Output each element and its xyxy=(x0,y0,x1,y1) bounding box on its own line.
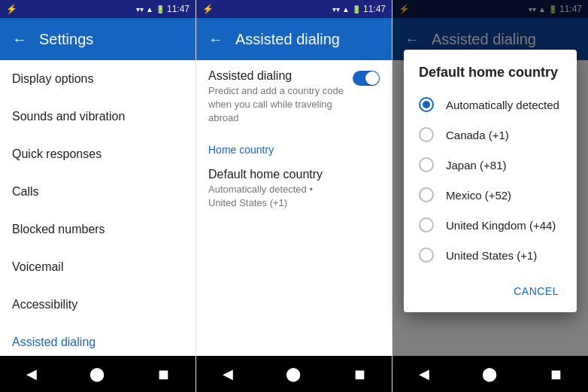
settings-panel: ⚡ ▾▾ ▲ 🔋 11:47 ← Settings Display option… xyxy=(0,0,196,392)
time-left: 11:47 xyxy=(167,4,189,14)
back-button-left[interactable]: ← xyxy=(12,31,27,48)
recent-nav-icon-mid[interactable]: ◼ xyxy=(348,360,371,388)
status-icons-mid: ▾▾ ▲ 🔋 11:47 xyxy=(332,4,386,14)
wifi-icon-mid: ▾▾ xyxy=(332,5,340,14)
toolbar-title-left: Settings xyxy=(39,31,93,48)
toolbar-mid: ← Assisted dialing xyxy=(196,18,392,60)
signal-icon-mid: ▲ xyxy=(342,5,350,14)
toolbar-left: ← Settings xyxy=(0,18,195,60)
status-icons-left: ▾▾ ▲ 🔋 11:47 xyxy=(136,4,189,14)
radio-inner-auto xyxy=(423,101,430,108)
dialog-options-list: Automatically detected Canada (+1) Japan… xyxy=(404,87,577,273)
toolbar-title-mid: Assisted dialing xyxy=(235,31,340,48)
option-label-auto: Automatically detected xyxy=(446,99,559,111)
back-nav-icon-left[interactable]: ◀ xyxy=(20,360,43,388)
option-label-canada: Canada (+1) xyxy=(446,129,509,141)
dialog-option-auto[interactable]: Automatically detected xyxy=(404,90,577,120)
default-home-dialog: Default home country Automatically detec… xyxy=(404,50,577,312)
dialog-title: Default home country xyxy=(404,50,577,87)
dialog-option-japan[interactable]: Japan (+81) xyxy=(404,150,577,180)
lightning-icon-mid: ⚡ xyxy=(202,4,214,14)
settings-list: Display options Sounds and vibration Qui… xyxy=(0,60,195,356)
home-nav-icon-mid[interactable]: ⬤ xyxy=(280,360,307,388)
assisted-dialing-panel-right: ⚡ ▾▾ ▲ 🔋 11:47 ← Assisted dialing Assist… xyxy=(393,0,588,392)
nav-bar-left: ◀ ⬤ ◼ xyxy=(0,356,195,392)
status-bar-left: ⚡ ▾▾ ▲ 🔋 11:47 xyxy=(0,0,195,18)
recent-nav-icon-left[interactable]: ◼ xyxy=(152,360,175,388)
settings-item-voicemail[interactable]: Voicemail xyxy=(0,248,195,286)
cancel-button[interactable]: CANCEL xyxy=(505,279,568,303)
dialog-option-mexico[interactable]: Mexico (+52) xyxy=(404,180,577,210)
dialog-option-us[interactable]: United States (+1) xyxy=(404,240,577,270)
default-home-country-row[interactable]: Default home country Automatically detec… xyxy=(196,159,392,219)
back-nav-icon-mid[interactable]: ◀ xyxy=(217,360,239,388)
radio-mexico xyxy=(419,187,434,202)
assisted-dialing-row[interactable]: Assisted dialing Predict and add a count… xyxy=(196,60,392,135)
wifi-icon-left: ▾▾ xyxy=(136,5,144,14)
settings-item-quick[interactable]: Quick responses xyxy=(0,135,195,173)
status-bar-mid: ⚡ ▾▾ ▲ 🔋 11:47 xyxy=(196,0,392,18)
option-label-mexico: Mexico (+52) xyxy=(446,189,511,202)
home-country-header: Home country xyxy=(196,135,392,159)
battery-icon-left: 🔋 xyxy=(156,5,165,14)
assisted-dialing-panel: ⚡ ▾▾ ▲ 🔋 11:47 ← Assisted dialing Assist… xyxy=(196,0,393,392)
settings-item-sounds[interactable]: Sounds and vibration xyxy=(0,98,195,135)
radio-auto xyxy=(419,97,434,112)
radio-canada xyxy=(419,127,434,142)
dialog-option-canada[interactable]: Canada (+1) xyxy=(404,120,577,150)
dialog-overlay: Default home country Automatically detec… xyxy=(393,0,588,392)
dialog-actions: CANCEL xyxy=(404,273,577,312)
dialog-option-uk[interactable]: United Kingdom (+44) xyxy=(404,210,577,240)
option-label-uk: United Kingdom (+44) xyxy=(446,219,556,232)
settings-item-assisted[interactable]: Assisted dialing xyxy=(0,324,195,356)
radio-uk xyxy=(419,217,434,232)
nav-bar-mid: ◀ ⬤ ◼ xyxy=(196,356,392,392)
settings-item-calls[interactable]: Calls xyxy=(0,173,195,211)
settings-item-accessibility[interactable]: Accessibility xyxy=(0,286,195,324)
option-label-us: United States (+1) xyxy=(446,249,537,262)
option-label-japan: Japan (+81) xyxy=(446,159,506,172)
back-button-mid[interactable]: ← xyxy=(208,31,223,48)
assisted-dialing-toggle[interactable] xyxy=(353,71,380,86)
battery-icon-mid: 🔋 xyxy=(352,5,361,14)
settings-item-display[interactable]: Display options xyxy=(0,60,195,98)
time-mid: 11:47 xyxy=(363,4,386,14)
home-nav-icon-left[interactable]: ⬤ xyxy=(83,360,111,388)
radio-japan xyxy=(419,157,434,172)
default-home-text: Default home country Automatically detec… xyxy=(208,168,344,210)
signal-icon-left: ▲ xyxy=(146,5,153,14)
mid-content: Assisted dialing Predict and add a count… xyxy=(196,60,392,356)
assisted-dialing-text: Assisted dialing Predict and add a count… xyxy=(208,69,344,126)
lightning-icon-left: ⚡ xyxy=(6,4,17,14)
radio-us xyxy=(419,248,434,263)
settings-item-blocked[interactable]: Blocked numbers xyxy=(0,211,195,248)
